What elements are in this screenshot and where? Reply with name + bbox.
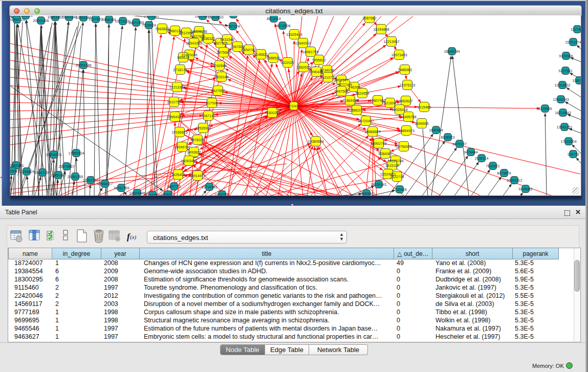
svg-text:15751074: 15751074: [565, 40, 581, 44]
svg-text:18120746: 18120746: [387, 159, 403, 163]
svg-text:1640954: 1640954: [429, 128, 443, 132]
svg-text:6497508: 6497508: [334, 90, 348, 93]
svg-text:9734078: 9734078: [320, 69, 334, 72]
svg-text:21364436: 21364436: [342, 99, 358, 102]
svg-text:17359924: 17359924: [68, 151, 84, 155]
svg-text:19756928: 19756928: [396, 145, 411, 148]
svg-text:6966160: 6966160: [102, 18, 116, 21]
svg-text:9242848: 9242848: [212, 64, 226, 68]
svg-text:19218506: 19218506: [274, 24, 290, 28]
svg-text:8454749: 8454749: [242, 48, 255, 52]
svg-text:1493822: 1493822: [187, 150, 201, 154]
svg-text:19166825: 19166825: [171, 130, 187, 134]
svg-text:1603381: 1603381: [226, 16, 240, 16]
svg-text:13226058: 13226058: [191, 30, 207, 33]
svg-text:11156829: 11156829: [19, 170, 34, 173]
svg-text:3875685: 3875685: [216, 51, 230, 54]
svg-text:2803144: 2803144: [214, 75, 228, 79]
svg-text:22975887: 22975887: [58, 165, 74, 168]
svg-text:17016504: 17016504: [560, 140, 576, 143]
svg-text:15720407: 15720407: [358, 119, 374, 123]
svg-text:9329966: 9329966: [559, 54, 573, 58]
svg-text:16210722: 16210722: [320, 76, 336, 79]
svg-text:12444193: 12444193: [553, 98, 569, 101]
svg-text:7663822: 7663822: [155, 27, 169, 31]
svg-text:7625402: 7625402: [171, 173, 185, 177]
svg-text:24055714: 24055714: [10, 18, 25, 21]
svg-text:6879197: 6879197: [452, 142, 466, 146]
svg-text:20053346: 20053346: [75, 63, 91, 67]
svg-text:8186323: 8186323: [201, 37, 215, 40]
svg-text:18902749: 18902749: [371, 142, 386, 145]
svg-text:12093832: 12093832: [554, 83, 570, 87]
svg-text:7357224: 7357224: [226, 25, 239, 28]
svg-text:7632621: 7632621: [486, 164, 499, 168]
svg-text:(x): (x): [130, 234, 137, 240]
svg-text:17957253: 17957253: [82, 179, 98, 182]
svg-text:3915647: 3915647: [10, 169, 19, 173]
svg-text:9474444: 9474444: [464, 150, 477, 154]
svg-text:13592351: 13592351: [556, 125, 572, 129]
svg-text:2522714: 2522714: [390, 175, 404, 179]
svg-text:23942737: 23942737: [34, 171, 50, 174]
svg-text:621604: 621604: [384, 101, 396, 105]
svg-text:18931046: 18931046: [61, 16, 77, 19]
svg-text:9322037: 9322037: [280, 61, 294, 64]
svg-text:9431546: 9431546: [220, 38, 234, 41]
svg-text:18300295: 18300295: [264, 111, 280, 115]
svg-text:116753: 116753: [568, 152, 579, 156]
svg-text:19384554: 19384554: [308, 140, 323, 143]
svg-text:1588520: 1588520: [266, 56, 280, 60]
svg-text:10654112: 10654112: [507, 179, 522, 182]
svg-text:16782759: 16782759: [113, 186, 129, 190]
svg-text:10973493: 10973493: [391, 53, 407, 57]
svg-text:7515524: 7515524: [142, 24, 156, 27]
svg-text:25051355: 25051355: [67, 175, 83, 179]
svg-text:9463627: 9463627: [399, 99, 412, 103]
svg-text:13953081: 13953081: [10, 164, 24, 167]
svg-text:3267130: 3267130: [201, 114, 215, 118]
svg-text:9245052: 9245052: [518, 187, 532, 191]
svg-text:8878312: 8878312: [190, 138, 204, 142]
svg-text:18495758: 18495758: [400, 115, 416, 119]
svg-text:1117463: 1117463: [571, 28, 581, 31]
svg-text:16648784: 16648784: [444, 50, 460, 53]
svg-text:9115460: 9115460: [418, 105, 431, 109]
svg-text:19654925: 19654925: [167, 115, 183, 119]
svg-text:7485063: 7485063: [398, 68, 411, 72]
svg-text:9699695: 9699695: [415, 122, 428, 125]
svg-text:16210643: 16210643: [555, 111, 571, 115]
svg-text:16543382: 16543382: [186, 41, 202, 45]
svg-text:16154808: 16154808: [373, 28, 389, 31]
svg-text:7886372: 7886372: [350, 108, 363, 112]
svg-text:989614: 989614: [177, 56, 189, 59]
svg-text:8215955: 8215955: [538, 107, 552, 111]
svg-text:10607487: 10607487: [369, 99, 385, 102]
svg-text:2718179: 2718179: [173, 68, 187, 72]
svg-text:9234482: 9234482: [145, 193, 159, 196]
svg-text:1362615: 1362615: [296, 65, 310, 69]
svg-text:9327505: 9327505: [213, 41, 227, 45]
svg-text:9465546: 9465546: [359, 192, 373, 195]
svg-text:12213957: 12213957: [383, 40, 399, 43]
svg-text:2451647: 2451647: [334, 78, 348, 82]
svg-text:16961755: 16961755: [302, 50, 318, 54]
svg-text:8938923: 8938923: [441, 136, 454, 139]
svg-text:3824554: 3824554: [355, 92, 369, 95]
svg-text:1733426: 1733426: [393, 188, 406, 191]
svg-text:13325419: 13325419: [286, 33, 302, 36]
svg-text:9146821: 9146821: [254, 53, 268, 56]
svg-text:16914479: 16914479: [189, 174, 205, 178]
svg-text:9227342: 9227342: [558, 69, 572, 73]
svg-text:11451947: 11451947: [51, 173, 67, 177]
svg-text:12323448: 12323448: [129, 191, 145, 195]
svg-text:10958117: 10958117: [97, 182, 113, 186]
svg-text:13535914: 13535914: [195, 126, 211, 130]
svg-text:16033810: 16033810: [207, 16, 223, 19]
svg-text:1080748: 1080748: [572, 79, 581, 82]
svg-text:7955812: 7955812: [312, 58, 325, 62]
svg-text:20691406: 20691406: [33, 19, 49, 23]
svg-text:18724007: 18724007: [286, 104, 301, 108]
svg-text:10242551: 10242551: [214, 193, 230, 196]
svg-text:10025418: 10025418: [391, 108, 407, 112]
